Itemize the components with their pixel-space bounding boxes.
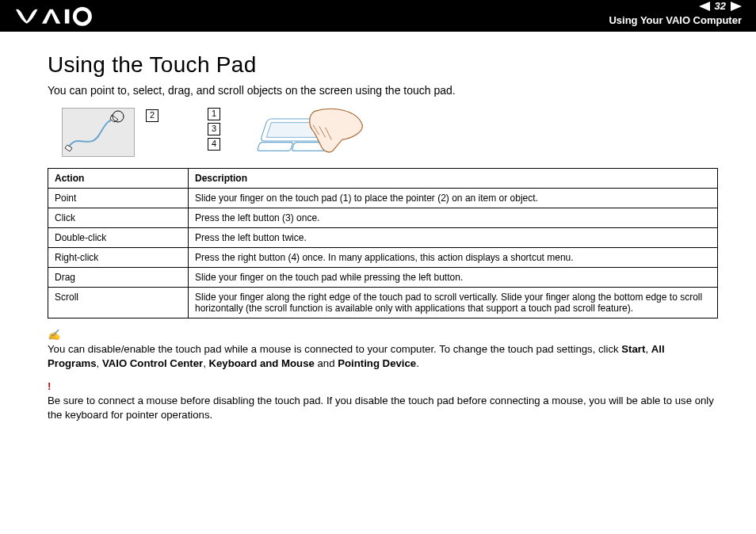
diagram-area: 2 1 3 4 (62, 108, 718, 163)
page-title: Using the Touch Pad (48, 52, 718, 78)
col-description: Description (189, 169, 718, 189)
diagram-label-4: 4 (208, 138, 220, 151)
svg-rect-9 (257, 143, 293, 151)
diagram-label-1: 1 (208, 108, 220, 120)
table-row: PointSlide your finger on the touch pad … (48, 189, 718, 208)
intro-text: You can point to, select, drag, and scro… (48, 84, 718, 97)
svg-marker-2 (699, 2, 710, 11)
table-row: Right-clickPress the right button (4) on… (48, 248, 718, 268)
table-row: DragSlide your finger on the touch pad w… (48, 268, 718, 288)
col-action: Action (48, 169, 189, 189)
cursor-diagram (62, 108, 135, 157)
warning-icon: ! (48, 380, 51, 392)
svg-marker-4 (65, 145, 72, 151)
svg-point-1 (74, 9, 90, 24)
page-header: 32 Using Your VAIO Computer (0, 0, 756, 32)
next-page-icon[interactable] (731, 2, 742, 11)
page-navigator: 32 (699, 0, 742, 12)
table-header-row: Action Description (48, 169, 718, 189)
table-row: ScrollSlide your finger along the right … (48, 288, 718, 318)
section-title: Using Your VAIO Computer (609, 14, 742, 26)
prev-page-icon[interactable] (699, 2, 710, 11)
table-row: ClickPress the left button (3) once. (48, 208, 718, 228)
page-content: Using the Touch Pad You can point to, se… (0, 32, 756, 422)
svg-marker-3 (731, 2, 742, 11)
diagram-label-2: 2 (146, 109, 158, 122)
warning-block: ! Be sure to connect a mouse before disa… (48, 380, 718, 421)
vaio-logo-icon (16, 5, 103, 27)
note-icon: ✍ (48, 329, 60, 341)
label-2-wrap: 2 (146, 109, 158, 122)
note-block: ✍ You can disable/enable the touch pad w… (48, 328, 718, 370)
warning-text: Be sure to connect a mouse before disabl… (48, 395, 714, 421)
label-list: 1 3 4 (208, 108, 220, 151)
table-row: Double-clickPress the left button twice. (48, 228, 718, 248)
actions-table: Action Description PointSlide your finge… (48, 168, 718, 318)
page-number: 32 (715, 0, 726, 12)
touchpad-illustration-icon (235, 108, 369, 163)
diagram-label-3: 3 (208, 123, 220, 135)
note-text: You can disable/enable the touch pad whi… (48, 343, 665, 369)
svg-marker-5 (110, 115, 118, 122)
svg-rect-0 (65, 10, 70, 24)
